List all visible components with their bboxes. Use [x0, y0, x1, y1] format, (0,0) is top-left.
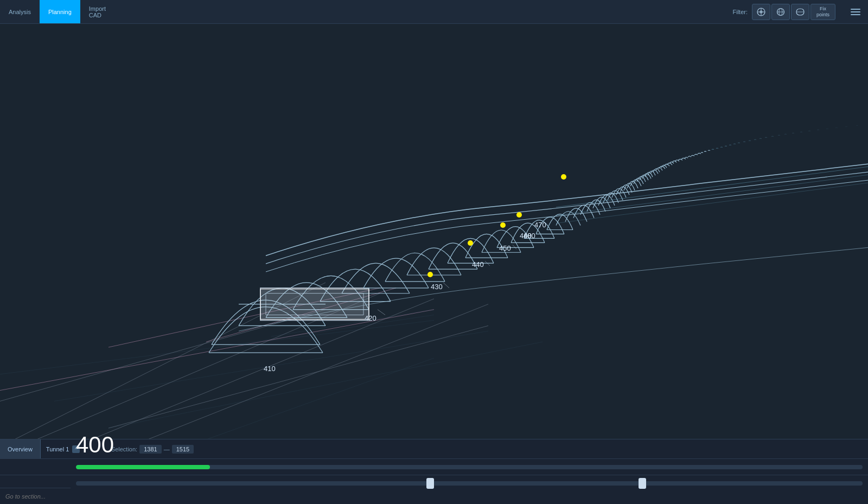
marker-dot-4: [516, 212, 522, 218]
selection-end-value: 1515: [172, 445, 194, 454]
timeline-handle-right[interactable]: [639, 478, 646, 489]
tunnel-name: Tunnel 1: [46, 446, 69, 452]
timeline-handle-left[interactable]: [426, 478, 434, 489]
tab-group: Analysis Planning: [0, 0, 80, 23]
svg-line-42: [513, 245, 516, 249]
marker-dot-5: [561, 174, 566, 180]
timeline-track[interactable]: [76, 481, 863, 486]
svg-line-13: [0, 310, 326, 401]
marker-dot-2: [468, 240, 473, 246]
timeline-row: [0, 475, 868, 492]
svg-line-39: [378, 310, 385, 315]
progress-track: [76, 465, 863, 469]
tab-analysis[interactable]: Analysis: [0, 0, 40, 23]
filter-group: Filter: Fixpoin: [733, 0, 836, 24]
marker-dot-1: [427, 272, 433, 277]
import-subtitle: CAD: [89, 12, 106, 18]
filter-label: Filter:: [733, 9, 748, 15]
expand-tunnel-button[interactable]: ^: [72, 445, 80, 453]
topbar: Analysis Planning Import CAD Filter:: [0, 0, 868, 24]
fix-points-button[interactable]: Fixpoints: [810, 4, 835, 20]
marker-dot-3: [500, 222, 506, 228]
svg-line-46: [163, 358, 434, 439]
svg-line-40: [443, 283, 449, 288]
svg-line-14: [0, 310, 434, 391]
filter-shape-button[interactable]: [791, 4, 809, 20]
3d-viewport[interactable]: 410 420 430 440 450 460 470 480: [0, 24, 868, 439]
svg-line-45: [108, 342, 542, 428]
tab-planning[interactable]: Planning: [40, 0, 80, 23]
import-title: Import: [89, 5, 106, 12]
tunnel-nav-row: Overview Tunnel 1 ^ Selection: 1381 — 15…: [0, 439, 868, 459]
svg-line-11: [54, 304, 488, 439]
filter-grid-button[interactable]: [752, 4, 770, 20]
overview-button[interactable]: Overview: [0, 439, 41, 458]
selection-start-value: 1381: [139, 445, 161, 454]
hamburger-menu-button[interactable]: [851, 9, 860, 15]
tunnel-name-cell: Tunnel 1 ^: [41, 445, 106, 453]
goto-section-input[interactable]: [0, 488, 71, 504]
selection-info: Selection: 1381 — 1515: [106, 445, 199, 454]
svg-line-44: [54, 331, 488, 401]
svg-line-12: [108, 326, 488, 428]
fix-points-label: Fixpoints: [816, 6, 829, 18]
filter-sphere-button[interactable]: [771, 4, 790, 20]
import-group[interactable]: Import CAD: [80, 0, 114, 23]
selection-separator: —: [164, 446, 170, 452]
bottom-panel: 400 Overview Tunnel 1 ^ Selection: 1381 …: [0, 439, 868, 504]
progress-row: [0, 459, 868, 475]
tunnel-wireframe-svg: [0, 24, 868, 439]
hamburger-line-2: [851, 11, 860, 12]
hamburger-line-1: [851, 9, 860, 10]
selection-label: Selection:: [111, 446, 137, 452]
progress-fill: [76, 465, 210, 469]
hamburger-line-3: [851, 14, 860, 15]
